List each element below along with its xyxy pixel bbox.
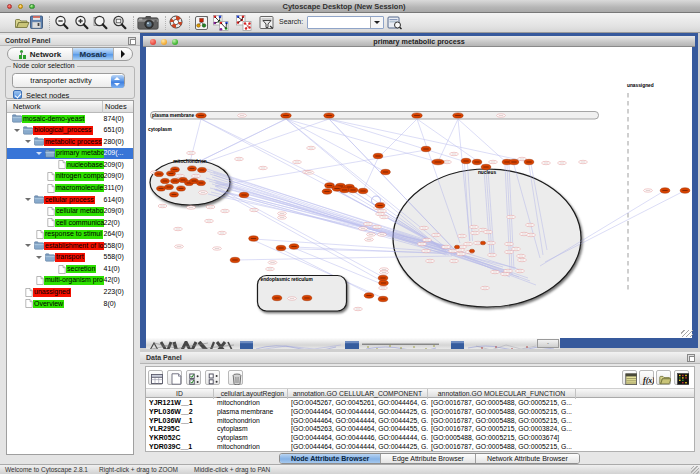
table-row[interactable]: YDR039C__1mitochondrion[GO:0044464, GO:0… — [146, 443, 694, 451]
tree-column-nodes: Nodes — [105, 101, 127, 113]
tree-row-label: primary metabo — [55, 149, 104, 158]
tab-mosaic[interactable]: Mosaic — [73, 48, 114, 60]
toolbar-separator — [165, 16, 166, 30]
tree-row-transport[interactable]: transport558(0) — [7, 252, 133, 264]
table-row[interactable]: YPL036W__2plasma membrane[GO:0044464, GO… — [146, 408, 694, 417]
help-icon[interactable] — [169, 15, 185, 31]
folder-icon — [34, 195, 44, 204]
tab-network-attribute-browser[interactable]: Network Attribute Browser — [476, 454, 579, 464]
column-header[interactable]: annotation.GO CELLULAR_COMPONENT — [288, 389, 428, 399]
new-network-icon[interactable] — [194, 15, 210, 31]
status-welcome: Welcome to Cytoscape 2.8.1 — [5, 465, 88, 474]
open-file-icon[interactable] — [14, 15, 30, 31]
attribute-batch-editor-icon[interactable] — [622, 370, 637, 385]
tree-expand-icon[interactable] — [25, 140, 31, 143]
unselect-attributes-icon[interactable] — [205, 370, 220, 385]
tree-expand-icon[interactable] — [14, 129, 20, 132]
network-from-selection-icon[interactable] — [213, 15, 229, 31]
frame-minimize-button[interactable] — [161, 39, 167, 45]
matrix-view-icon[interactable] — [674, 370, 689, 385]
folder-icon — [34, 241, 44, 250]
tree-row-response-to-stimul[interactable]: response to stimul264(0) — [7, 229, 133, 241]
snapshot-icon[interactable] — [137, 15, 159, 31]
table-row[interactable]: YLR295Ccytoplasm[GO:0045263, GO:0044464,… — [146, 425, 694, 434]
network-node[interactable] — [469, 249, 474, 253]
select-nodes-checkbox[interactable] — [13, 90, 22, 99]
tree-row-primary-metabo[interactable]: primary metabo209(... — [7, 148, 133, 160]
window-resize-grip-icon[interactable] — [691, 466, 699, 474]
tree-row-biological-process[interactable]: biological_process651(0) — [7, 125, 133, 137]
minimized-windows-sketch — [146, 341, 560, 349]
filters-icon[interactable] — [259, 15, 275, 31]
copy-network-icon[interactable] — [236, 15, 252, 31]
delete-attribute-icon[interactable] — [228, 370, 243, 385]
tree-row-macromolecule[interactable]: macromolecule311(0) — [7, 182, 133, 194]
zoom-in-icon[interactable] — [74, 15, 90, 31]
zoom-fit-icon[interactable] — [93, 15, 109, 31]
tree-row-nucleobase-[interactable]: nucleobase-209(0) — [7, 159, 133, 171]
tree-row-cellular-process[interactable]: cellular process614(0) — [7, 194, 133, 206]
window-close-button[interactable] — [7, 4, 13, 10]
data-panel-float-icon[interactable] — [687, 354, 695, 362]
tree-row-unassigned[interactable]: unassigned223(0) — [7, 286, 133, 298]
new-attribute-icon[interactable] — [167, 370, 182, 385]
save-session-icon[interactable] — [29, 15, 45, 31]
search-combobox[interactable] — [307, 16, 384, 29]
import-attributes-icon[interactable] — [656, 370, 671, 385]
column-header[interactable]: annotation.GO MOLECULAR_FUNCTION — [428, 389, 576, 399]
tree-expand-icon[interactable] — [25, 198, 31, 201]
svg-text:plasma membrane: plasma membrane — [152, 113, 194, 118]
table-row[interactable]: YJR121W__1mitochondrion[GO:0045267, GO:0… — [146, 399, 694, 408]
frame-resize-grip-icon[interactable] — [681, 330, 693, 337]
search-input[interactable] — [309, 17, 369, 28]
zoom-selected-icon[interactable] — [112, 15, 128, 31]
function-builder-icon[interactable]: f(x) — [639, 370, 654, 385]
tree-row-mosaic-demo-yeast[interactable]: mosaic-demo-yeast874(0) — [7, 113, 133, 125]
table-row[interactable]: YKR052Ccytoplasm[GO:0044464, GO:0044446,… — [146, 434, 694, 443]
table-row[interactable]: YPL036W__1mitochondrion[GO:0044464, GO:0… — [146, 417, 694, 426]
plasma-membrane-region[interactable] — [151, 112, 599, 120]
tree-row-cell-communicat[interactable]: cell communicat22(0) — [7, 217, 133, 229]
tab-edge-attribute-browser[interactable]: Edge Attribute Browser — [381, 454, 476, 464]
tree-row-count: 874(0) — [104, 115, 124, 124]
tree-row-nitrogen-compo[interactable]: nitrogen compo209(0) — [7, 171, 133, 183]
tab-overflow-arrow[interactable] — [114, 48, 132, 60]
tree-row-overview[interactable]: Overview8(0) — [7, 298, 133, 310]
network-canvas[interactable]: plasma membranecytoplasmmitochondrionnuc… — [146, 47, 692, 338]
node-color-dropdown[interactable]: transporter activity — [12, 73, 125, 88]
attribute-table-icon[interactable] — [148, 370, 163, 385]
search-options-icon[interactable] — [387, 15, 403, 31]
tree-row-label: cellular metabo — [55, 207, 104, 216]
frame-titlebar[interactable]: primary metabolic process — [143, 36, 695, 47]
select-attributes-icon[interactable] — [186, 370, 201, 385]
table-cell: [GO:0044464, GO:0044444, GO:0044425, G..… — [288, 443, 428, 451]
control-panel-float-icon[interactable] — [128, 37, 136, 45]
network-graph[interactable]: plasma membranecytoplasmmitochondrionnuc… — [146, 47, 692, 338]
search-dropdown-arrow-icon[interactable] — [370, 17, 383, 28]
tab-network[interactable]: Network — [8, 48, 73, 60]
window-zoom-button[interactable] — [29, 4, 35, 10]
tree-row-count: 41(0) — [104, 265, 120, 274]
zoom-out-icon[interactable] — [54, 15, 70, 31]
column-header[interactable]: _cellularLayoutRegion — [214, 389, 288, 399]
frame-zoom-button[interactable] — [172, 39, 178, 45]
tree-expand-icon[interactable] — [36, 256, 42, 259]
tree-row-count: 209(0) — [104, 161, 124, 170]
network-node[interactable] — [480, 241, 485, 245]
tree-row-label: metabolic process — [44, 138, 102, 147]
tree-row-secretion[interactable]: secretion41(0) — [7, 263, 133, 275]
frame-close-button[interactable] — [150, 39, 156, 45]
minimized-window-fragment[interactable]: - — [537, 339, 559, 348]
tree-row-metabolic-process[interactable]: metabolic process280(0) — [7, 136, 133, 148]
column-header[interactable]: ID — [146, 389, 214, 399]
tree-row-establishment-of-lo[interactable]: establishment of lo558(0) — [7, 240, 133, 252]
network-node[interactable] — [454, 245, 459, 249]
tree-row-cellular-metabo[interactable]: cellular metabo209(0) — [7, 206, 133, 218]
tree-row-multi-organism-pro[interactable]: multi-organism pro42(0) — [7, 275, 133, 287]
window-minimize-button[interactable] — [18, 4, 24, 10]
tree-expand-icon[interactable] — [36, 152, 42, 155]
tree-row-count: 614(0) — [104, 196, 124, 205]
tree-expand-icon[interactable] — [25, 244, 31, 247]
minimized-windows-band[interactable] — [146, 338, 560, 349]
tab-node-attribute-browser[interactable]: Node Attribute Browser — [280, 454, 381, 464]
